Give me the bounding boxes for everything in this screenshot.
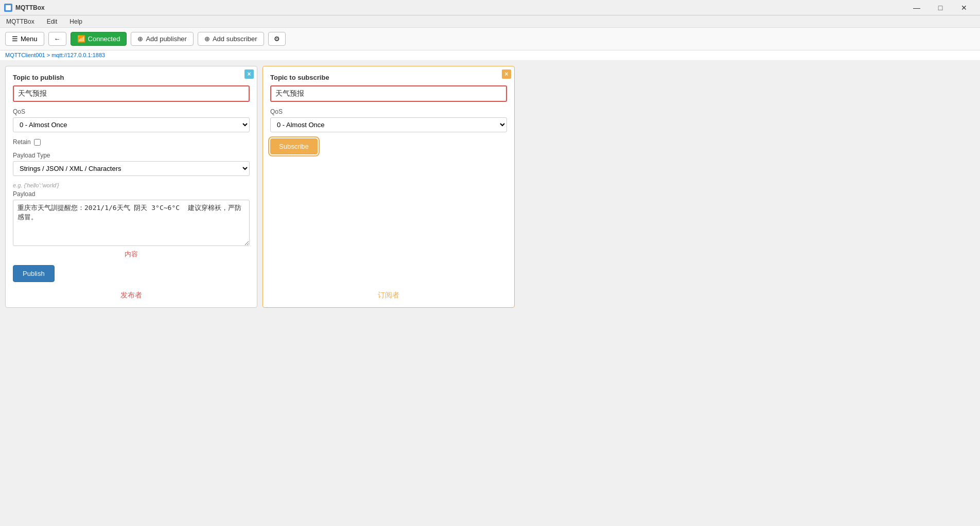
retain-checkbox[interactable] [34,139,41,146]
connected-label: Connected [88,35,120,43]
subscriber-close-button[interactable]: × [502,69,511,79]
menu-bar: MQTTBox Edit Help [0,15,980,28]
svg-rect-0 [6,5,11,10]
menu-item-help[interactable]: Help [67,17,84,26]
add-publisher-label: Add publisher [146,35,187,43]
toolbar: ☰ Menu ← 📶 Connected ⊕ Add publisher ⊕ A… [0,28,980,50]
subscriber-panel: × Topic to subscribe QoS 0 - Almost Once… [262,66,515,308]
menu-label: Menu [21,35,38,43]
topic-to-publish-label: Topic to publish [13,74,250,81]
add-subscriber-label: Add subscriber [213,35,257,43]
app-icon [4,4,12,12]
qos-select-publisher[interactable]: 0 - Almost Once 1 - At Least Once 2 - Ex… [13,117,250,132]
topic-to-subscribe-label: Topic to subscribe [270,74,507,81]
payload-hint: e.g. {'hello':'world'} [13,182,250,188]
retain-row: Retain [13,138,250,146]
app-title: MQTTBox [15,4,45,11]
subscribe-button[interactable]: Subscribe [270,138,318,154]
back-icon: ← [54,35,61,43]
minimize-button[interactable]: — [905,0,929,15]
publisher-footer-label: 发布者 [6,291,257,300]
connected-button[interactable]: 📶 Connected [71,32,127,46]
hamburger-icon: ☰ [12,35,18,43]
payload-type-label: Payload Type [13,152,250,159]
topic-to-publish-input[interactable] [13,85,250,102]
signal-icon: 📶 [77,35,85,43]
publisher-panel: × Topic to publish QoS 0 - Almost Once 1… [5,66,257,308]
add-publisher-button[interactable]: ⊕ Add publisher [131,32,194,46]
maximize-button[interactable]: □ [929,0,952,15]
content-watermark: 内容 [13,250,250,259]
menu-item-mqttbox[interactable]: MQTTBox [4,17,37,26]
breadcrumb: MQTTClient001 > mqtt://127.0.0.1:1883 [0,50,980,61]
title-bar-controls: — □ ✕ [905,0,976,15]
close-button[interactable]: ✕ [952,0,976,15]
add-subscriber-button[interactable]: ⊕ Add subscriber [198,32,264,46]
settings-icon: ⚙ [274,35,280,43]
content-area: × Topic to publish QoS 0 - Almost Once 1… [0,61,980,526]
menu-button[interactable]: ☰ Menu [5,32,44,46]
title-bar: MQTTBox — □ ✕ [0,0,980,15]
publisher-close-button[interactable]: × [244,69,254,79]
qos-select-subscriber[interactable]: 0 - Almost Once 1 - At Least Once 2 - Ex… [270,117,507,132]
subscriber-footer-label: 订阅者 [263,291,514,300]
back-button[interactable]: ← [48,32,66,46]
qos-label-subscriber: QoS [270,108,507,115]
payload-type-select[interactable]: Strings / JSON / XML / Characters Intege… [13,161,250,176]
add-publisher-icon: ⊕ [137,35,143,43]
settings-button[interactable]: ⚙ [268,32,286,46]
retain-label: Retain [13,138,31,146]
payload-label: Payload [13,190,250,198]
publish-button[interactable]: Publish [13,265,55,282]
menu-item-edit[interactable]: Edit [45,17,60,26]
add-subscriber-icon: ⊕ [204,35,210,43]
breadcrumb-text: MQTTClient001 > mqtt://127.0.0.1:1883 [5,52,105,58]
payload-textarea[interactable]: 重庆市天气訓提醒您：2021/1/6天气 阴天 3°C~6°C 建议穿棉袄，严防… [13,200,250,246]
title-bar-left: MQTTBox [4,4,45,12]
topic-to-subscribe-input[interactable] [270,85,507,102]
qos-label-publisher: QoS [13,108,250,115]
